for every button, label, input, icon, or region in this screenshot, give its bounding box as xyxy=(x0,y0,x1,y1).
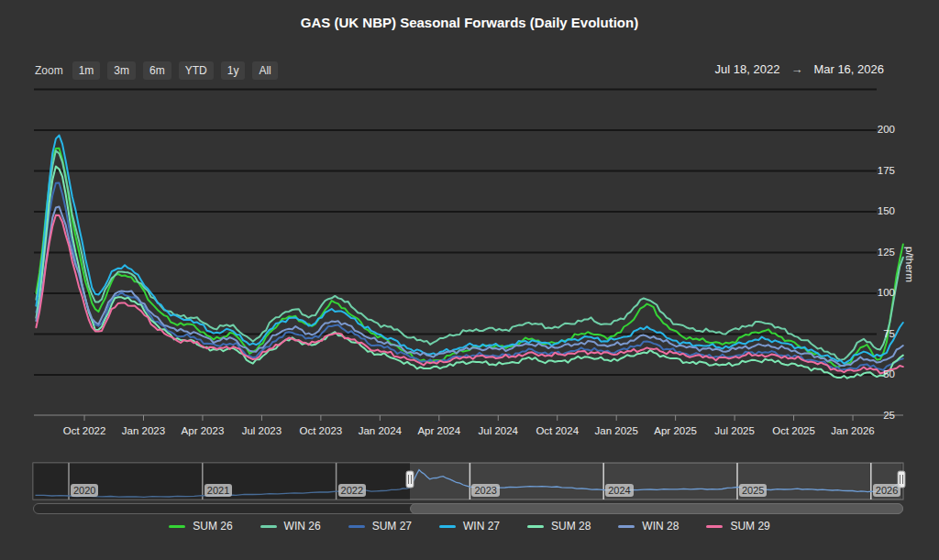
legend-label: SUM 26 xyxy=(193,520,232,533)
legend-label: SUM 27 xyxy=(372,520,412,533)
legend-marker xyxy=(260,525,277,528)
y-axis-label: 75 xyxy=(858,328,895,339)
legend-item-SUM-26[interactable]: SUM 26 xyxy=(169,520,232,533)
chart-container: GAS (UK NBP) Seasonal Forwards (Daily Ev… xyxy=(0,0,939,560)
y-axis-label: 150 xyxy=(858,205,895,216)
legend-marker xyxy=(527,525,544,528)
y-axis-label: 200 xyxy=(858,124,895,135)
legend-item-WIN-26[interactable]: WIN 26 xyxy=(260,520,321,533)
navigator-year-label: 2021 xyxy=(204,484,232,497)
y-axis-label: 50 xyxy=(858,368,895,379)
legend-marker xyxy=(706,525,723,528)
legend-marker xyxy=(618,525,635,528)
legend-item-WIN-27[interactable]: WIN 27 xyxy=(439,520,500,533)
legend-item-WIN-28[interactable]: WIN 28 xyxy=(618,520,679,533)
navigator-year-label: 2026 xyxy=(873,484,900,497)
legend-marker xyxy=(348,525,365,528)
navigator-year-label: 2023 xyxy=(471,484,499,497)
legend-item-SUM-27[interactable]: SUM 27 xyxy=(348,520,412,533)
legend-label: WIN 27 xyxy=(463,520,500,533)
legend-label: SUM 28 xyxy=(551,520,591,533)
navigator-year-label: 2025 xyxy=(739,484,767,497)
navigator-year-label: 2020 xyxy=(71,484,98,497)
y-axis-label: 25 xyxy=(858,410,895,421)
navigator-year-label: 2022 xyxy=(338,484,366,497)
legend-marker xyxy=(169,525,185,528)
legend-label: WIN 26 xyxy=(284,520,321,533)
y-axis-label: 175 xyxy=(858,165,895,176)
legend-item-SUM-28[interactable]: SUM 28 xyxy=(527,520,591,533)
legend-marker xyxy=(439,525,456,528)
legend: SUM 26WIN 26SUM 27WIN 27SUM 28WIN 28SUM … xyxy=(0,520,939,533)
legend-label: WIN 28 xyxy=(642,520,679,533)
y-axis-title: p/therm xyxy=(904,247,915,282)
navigator-year-label: 2024 xyxy=(605,484,633,497)
scrollbar-thumb[interactable] xyxy=(410,503,903,514)
y-axis-label: 125 xyxy=(858,247,895,258)
navigator-handle-left[interactable] xyxy=(406,471,414,488)
plot-area[interactable] xyxy=(0,0,939,560)
x-axis-label: Jan 2026 xyxy=(814,425,891,436)
legend-item-SUM-29[interactable]: SUM 29 xyxy=(706,520,769,533)
legend-label: SUM 29 xyxy=(730,520,769,533)
y-axis-label: 100 xyxy=(858,287,895,298)
